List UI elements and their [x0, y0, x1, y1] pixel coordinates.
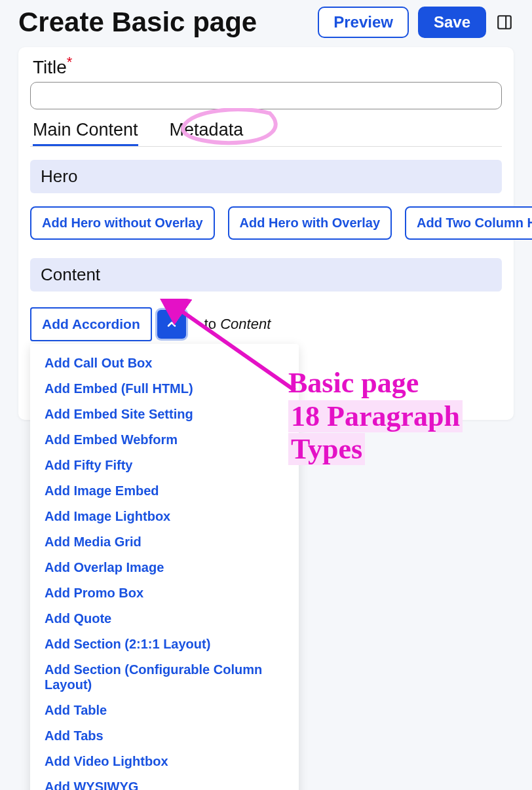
dd-item[interactable]: Add Table — [30, 698, 299, 723]
page-title: Create Basic page — [18, 7, 257, 38]
header-actions: Preview Save — [318, 7, 514, 38]
tab-metadata[interactable]: Metadata — [170, 120, 244, 146]
to-content-label: to Content — [204, 316, 271, 333]
add-two-column-hero-button[interactable]: Add Two Column Hero — [405, 206, 532, 240]
hero-buttons: Add Hero without Overlay Add Hero with O… — [30, 206, 502, 240]
dd-item[interactable]: Add Image Embed — [30, 478, 299, 504]
dd-item[interactable]: Add Media Grid — [30, 529, 299, 555]
title-label: Title* — [33, 54, 502, 78]
page-header: Create Basic page Preview Save — [0, 0, 532, 43]
sidebar-toggle-icon[interactable] — [495, 13, 514, 31]
dd-item[interactable]: Add Embed Webform — [30, 427, 299, 453]
tabs: Main Content Metadata — [30, 120, 502, 147]
dd-item[interactable]: Add Promo Box — [30, 580, 299, 606]
add-hero-with-overlay-button[interactable]: Add Hero with Overlay — [228, 206, 392, 240]
add-accordion-button[interactable]: Add Accordion — [30, 307, 152, 341]
form-card: Title* Main Content Metadata Hero Add He… — [18, 47, 514, 420]
required-star-icon: * — [67, 54, 73, 70]
tab-main-content[interactable]: Main Content — [33, 120, 138, 146]
dropdown-toggle-button[interactable] — [157, 310, 186, 339]
save-button[interactable]: Save — [418, 7, 486, 38]
dd-item[interactable]: Add Embed Site Setting — [30, 402, 299, 427]
dd-item[interactable]: Add WYSIWYG — [30, 774, 299, 790]
dd-item[interactable]: Add Section (Configurable Column Layout) — [30, 657, 299, 698]
dd-item[interactable]: Add Overlap Image — [30, 555, 299, 580]
add-content-row: Add Accordion to Content Add Call Out Bo… — [30, 307, 502, 341]
title-input[interactable] — [30, 82, 502, 109]
dd-item[interactable]: Add Call Out Box — [30, 350, 299, 376]
dd-item[interactable]: Add Fifty Fifty — [30, 453, 299, 478]
dd-item[interactable]: Add Video Lightbox — [30, 749, 299, 774]
dd-item[interactable]: Add Embed (Full HTML) — [30, 376, 299, 402]
annotation-text: Basic page 18 Paragraph Types — [288, 367, 463, 466]
dd-item[interactable]: Add Image Lightbox — [30, 504, 299, 529]
section-hero-header: Hero — [30, 160, 502, 193]
dd-item[interactable]: Add Section (2:1:1 Layout) — [30, 631, 299, 657]
chevron-up-icon — [165, 318, 178, 331]
paragraph-type-dropdown: Add Call Out Box Add Embed (Full HTML) A… — [30, 344, 299, 790]
preview-button[interactable]: Preview — [318, 7, 409, 38]
dd-item[interactable]: Add Quote — [30, 606, 299, 631]
section-content-header: Content — [30, 258, 502, 292]
svg-rect-0 — [498, 16, 511, 29]
add-hero-without-overlay-button[interactable]: Add Hero without Overlay — [30, 206, 215, 240]
dd-item[interactable]: Add Tabs — [30, 723, 299, 749]
